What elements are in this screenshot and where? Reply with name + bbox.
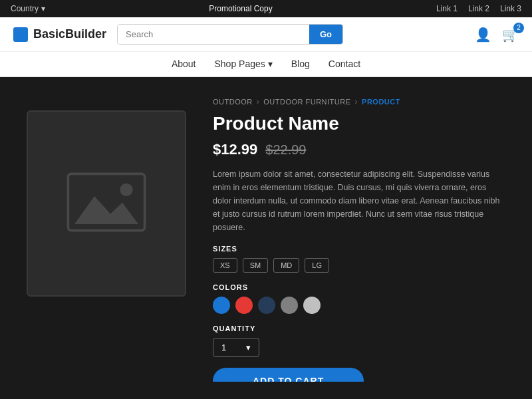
top-links: Link 1 Link 2 Link 3	[436, 4, 521, 13]
main-content: OUTDOOR › OUTDOOR FURNITURE › PRODUCT Pr…	[0, 77, 532, 399]
header: BasicBuilder Go 👤 🛒 2	[0, 17, 532, 52]
quantity-select[interactable]: 1 ▾	[213, 338, 259, 357]
add-to-cart-button[interactable]: ADD TO CART	[213, 368, 364, 382]
quantity-value: 1	[221, 342, 226, 352]
product-info: OUTDOOR › OUTDOOR FURNITURE › PRODUCT Pr…	[213, 97, 505, 382]
country-chevron-icon: ▾	[41, 4, 45, 13]
product-image	[27, 110, 186, 297]
top-link-1[interactable]: Link 1	[436, 4, 458, 13]
product-name: Product Name	[213, 113, 505, 134]
header-icons: 👤 🛒 2	[475, 27, 519, 43]
search-bar: Go	[117, 24, 343, 45]
breadcrumb: OUTDOOR › OUTDOOR FURNITURE › PRODUCT	[213, 97, 505, 106]
size-lg[interactable]: LG	[305, 258, 329, 273]
logo-icon	[13, 27, 28, 42]
cart-badge: 2	[513, 23, 524, 33]
nav-item-shop-pages[interactable]: Shop Pages ▾	[215, 59, 273, 69]
color-navy[interactable]	[258, 297, 275, 314]
price-original: $22.99	[265, 142, 306, 158]
sizes-label: SIZES	[213, 245, 505, 253]
breadcrumb-item-product: PRODUCT	[362, 98, 400, 106]
logo-text: BasicBuilder	[33, 27, 106, 41]
colors-label: COLORS	[213, 283, 505, 291]
search-button[interactable]: Go	[309, 25, 342, 44]
quantity-chevron-icon: ▾	[246, 342, 251, 352]
top-link-2[interactable]: Link 2	[468, 4, 489, 13]
size-xs[interactable]: XS	[213, 258, 237, 273]
breadcrumb-item-furniture[interactable]: OUTDOOR FURNITURE	[263, 98, 350, 106]
svg-point-2	[120, 184, 132, 196]
color-silver[interactable]	[303, 297, 321, 314]
breadcrumb-item-outdoor[interactable]: OUTDOOR	[213, 98, 253, 106]
user-icon[interactable]: 👤	[475, 27, 491, 43]
nav-item-about[interactable]: About	[172, 59, 196, 69]
logo[interactable]: BasicBuilder	[13, 27, 106, 42]
top-bar: Country ▾ Promotional Copy Link 1 Link 2…	[0, 0, 532, 17]
shop-pages-chevron-icon: ▾	[268, 59, 273, 69]
colors-row	[213, 297, 505, 314]
product-description: Lorem ipsum dolor sit amet, consectetur …	[213, 168, 505, 234]
color-red[interactable]	[235, 297, 253, 314]
size-sm[interactable]: SM	[243, 258, 269, 273]
country-selector[interactable]: Country ▾	[11, 4, 45, 13]
price-section: $12.99 $22.99	[213, 141, 505, 158]
nav-item-blog[interactable]: Blog	[291, 59, 310, 69]
nav-bar: About Shop Pages ▾ Blog Contact	[0, 52, 532, 77]
svg-marker-1	[74, 196, 138, 224]
cart-icon[interactable]: 🛒 2	[502, 27, 519, 43]
country-label: Country	[11, 4, 39, 13]
size-md[interactable]: MD	[273, 258, 299, 273]
price-current: $12.99	[213, 141, 257, 158]
image-placeholder-icon	[66, 172, 146, 235]
nav-item-contact[interactable]: Contact	[329, 59, 360, 69]
promo-text: Promotional Copy	[209, 4, 272, 13]
top-link-3[interactable]: Link 3	[500, 4, 521, 13]
sizes-row: XS SM MD LG	[213, 258, 505, 273]
quantity-label: QUANTITY	[213, 325, 505, 332]
breadcrumb-sep-1: ›	[257, 97, 260, 106]
color-blue[interactable]	[213, 297, 230, 314]
color-gray[interactable]	[281, 297, 298, 314]
breadcrumb-sep-2: ›	[355, 97, 358, 106]
search-input[interactable]	[118, 25, 309, 44]
